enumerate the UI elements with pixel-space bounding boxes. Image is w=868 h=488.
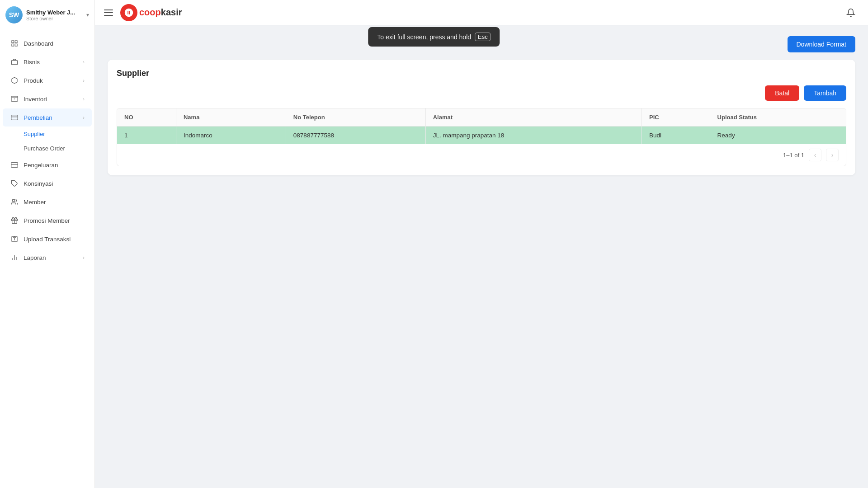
chevron-right-icon: › xyxy=(83,78,85,83)
sidebar-item-dashboard[interactable]: Dashboard xyxy=(3,34,92,52)
chevron-down-icon: › xyxy=(83,115,85,120)
svg-rect-5 xyxy=(11,96,18,98)
grid-icon xyxy=(10,39,19,48)
sidebar-item-pembelian[interactable]: Pembelian › xyxy=(3,108,92,127)
main-content: coopkasir To exit full screen, press and… xyxy=(95,0,868,488)
cell-alamat: JL. mampang prapatan 18 xyxy=(425,127,642,145)
supplier-card: Supplier Batal Tambah NO Nama No Telepon… xyxy=(108,60,855,175)
svg-rect-4 xyxy=(11,61,17,65)
svg-rect-2 xyxy=(12,44,14,46)
chevron-right-icon: › xyxy=(83,59,85,65)
action-row: Batal Tambah xyxy=(117,85,846,101)
sidebar-label-upload-transaksi: Upload Transaksi xyxy=(24,236,85,243)
pagination-info: 1–1 of 1 xyxy=(783,152,804,159)
cell-no_telepon: 087887777588 xyxy=(286,127,425,145)
sidebar-item-laporan[interactable]: Laporan › xyxy=(3,249,92,267)
fullscreen-toast: To exit full screen, press and hold Esc xyxy=(368,27,500,47)
next-page-button[interactable]: › xyxy=(826,149,839,161)
supplier-table: NO Nama No Telepon Alamat PIC Upload Sta… xyxy=(117,108,846,144)
user-role: Store owner xyxy=(26,16,85,21)
sidebar-label-promosi-member: Promosi Member xyxy=(24,217,85,224)
sidebar-label-bisnis: Bisnis xyxy=(24,59,83,66)
sidebar-label-konsinyasi: Konsinyasi xyxy=(24,180,85,187)
toast-message: To exit full screen, press and hold xyxy=(377,33,471,41)
user-name: Smithy Weber J... xyxy=(26,9,85,16)
sidebar-label-dashboard: Dashboard xyxy=(24,40,85,47)
batal-button[interactable]: Batal xyxy=(765,85,799,101)
notification-icon[interactable] xyxy=(843,5,859,21)
sidebar-subitem-supplier[interactable]: Supplier xyxy=(3,127,92,141)
tambah-button[interactable]: Tambah xyxy=(804,85,846,101)
col-alamat: Alamat xyxy=(425,108,642,127)
tag-icon xyxy=(10,179,19,188)
sidebar-item-inventori[interactable]: Inventori › xyxy=(3,90,92,108)
cell-pic: Budi xyxy=(642,127,710,145)
nav-items: Dashboard Bisnis › Produk › Inventori › xyxy=(0,30,94,488)
col-pic: PIC xyxy=(642,108,710,127)
topbar: coopkasir xyxy=(95,0,868,25)
esc-key: Esc xyxy=(475,33,491,41)
sidebar-item-konsinyasi[interactable]: Konsinyasi xyxy=(3,174,92,192)
user-profile[interactable]: SW Smithy Weber J... Store owner ▾ xyxy=(0,0,94,30)
card-title: Supplier xyxy=(117,69,846,78)
chevron-right-icon: › xyxy=(83,255,85,260)
pagination: 1–1 of 1 ‹ › xyxy=(117,144,846,166)
sidebar: SW Smithy Weber J... Store owner ▾ Dashb… xyxy=(0,0,95,488)
hamburger-line1 xyxy=(104,9,113,10)
box-icon xyxy=(10,76,19,85)
wallet-icon xyxy=(10,113,19,122)
col-upload-status: Upload Status xyxy=(710,108,846,127)
svg-rect-9 xyxy=(11,163,18,168)
logo-coop: coop xyxy=(139,7,161,17)
chevron-right-icon: › xyxy=(83,96,85,102)
hamburger-menu[interactable] xyxy=(104,9,113,16)
chart-icon xyxy=(10,253,19,262)
svg-rect-3 xyxy=(15,44,17,46)
sidebar-label-pembelian: Pembelian xyxy=(24,114,83,121)
hamburger-line2 xyxy=(104,12,113,13)
prev-page-button[interactable]: ‹ xyxy=(809,149,821,161)
purchase-order-label: Purchase Order xyxy=(24,145,65,152)
supplier-label: Supplier xyxy=(24,131,45,137)
table-body: 1Indomarco087887777588JL. mampang prapat… xyxy=(117,127,846,145)
table-header-row: NO Nama No Telepon Alamat PIC Upload Sta… xyxy=(117,108,846,127)
sidebar-subitem-purchase-order[interactable]: Purchase Order xyxy=(3,141,92,155)
sidebar-item-produk[interactable]: Produk › xyxy=(3,71,92,89)
gift-icon xyxy=(10,216,19,225)
sidebar-item-pengeluaran[interactable]: Pengeluaran xyxy=(3,156,92,174)
logo-icon xyxy=(120,4,137,21)
logo-text: coopkasir xyxy=(139,7,182,18)
col-no-telepon: No Telepon xyxy=(286,108,425,127)
sidebar-item-bisnis[interactable]: Bisnis › xyxy=(3,53,92,71)
chevron-down-icon: ▾ xyxy=(86,12,89,18)
sidebar-item-promosi-member[interactable]: Promosi Member xyxy=(3,211,92,230)
svg-rect-7 xyxy=(11,115,18,120)
user-info: Smithy Weber J... Store owner xyxy=(26,9,85,21)
svg-rect-1 xyxy=(15,41,17,43)
svg-rect-0 xyxy=(12,41,14,43)
sidebar-label-pengeluaran: Pengeluaran xyxy=(24,162,85,169)
cell-upload_status: Ready xyxy=(710,127,846,145)
supplier-table-container: NO Nama No Telepon Alamat PIC Upload Sta… xyxy=(117,108,846,166)
briefcase-icon xyxy=(10,57,19,66)
content-area: Download Format Supplier Batal Tambah NO… xyxy=(95,25,868,488)
svg-point-12 xyxy=(12,199,14,202)
cell-no: 1 xyxy=(117,127,176,145)
table-row[interactable]: 1Indomarco087887777588JL. mampang prapat… xyxy=(117,127,846,145)
sidebar-item-upload-transaksi[interactable]: Upload Transaksi xyxy=(3,230,92,248)
hamburger-line3 xyxy=(104,15,113,16)
col-nama: Nama xyxy=(176,108,286,127)
sidebar-label-member: Member xyxy=(24,199,85,206)
credit-card-icon xyxy=(10,160,19,169)
logo: coopkasir xyxy=(120,4,182,21)
sidebar-item-member[interactable]: Member xyxy=(3,193,92,211)
avatar: SW xyxy=(5,6,23,23)
cell-nama: Indomarco xyxy=(176,127,286,145)
sidebar-label-laporan: Laporan xyxy=(24,254,83,261)
sidebar-label-inventori: Inventori xyxy=(24,96,83,103)
sidebar-label-produk: Produk xyxy=(24,77,83,84)
download-format-button[interactable]: Download Format xyxy=(788,36,856,52)
col-no: NO xyxy=(117,108,176,127)
logo-svg xyxy=(124,8,134,18)
archive-icon xyxy=(10,94,19,103)
